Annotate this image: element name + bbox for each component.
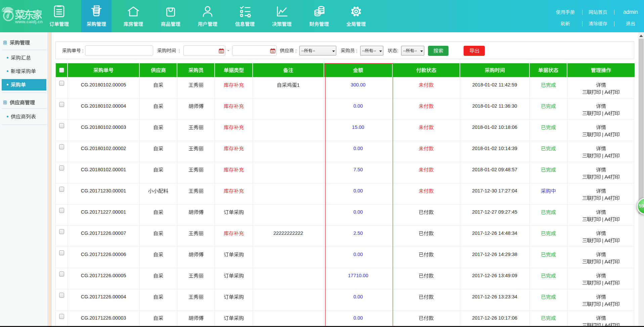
svg-text:31: 31 [220,50,223,53]
svg-text:31: 31 [271,50,274,53]
